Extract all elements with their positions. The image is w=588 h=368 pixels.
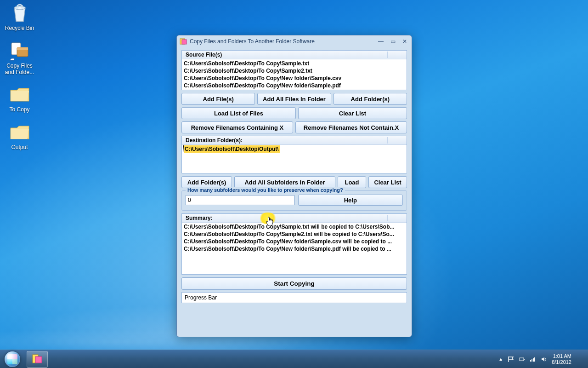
system-tray: ▲ 1:01 AM 8/1/2012: [498, 350, 588, 368]
destination-header: Destination Folder(s):: [186, 137, 243, 144]
remove-containing-button[interactable]: Remove Filenames Containing X: [181, 121, 293, 133]
subfolder-question-label: How many subfolders would you like to pr…: [186, 187, 345, 193]
svg-rect-10: [530, 360, 531, 362]
app-shortcut-icon[interactable]: Copy Files and Folde...: [2, 40, 37, 76]
folder-tocopy-icon[interactable]: To Copy: [2, 84, 37, 113]
app-icon: [180, 38, 187, 45]
svg-rect-11: [531, 359, 532, 362]
destination-list[interactable]: C:\Users\Sobolsoft\Desktop\Output\: [182, 145, 407, 173]
destination-panel: Destination Folder(s): C:\Users\Sobolsof…: [181, 136, 407, 173]
app-window: Copy Files and Folders To Another Folder…: [176, 35, 412, 337]
summary-list[interactable]: C:\Users\Sobolsoft\Desktop\To Copy\Sampl…: [182, 223, 407, 274]
svg-rect-7: [35, 356, 42, 363]
svg-rect-5: [182, 40, 187, 44]
list-item[interactable]: C:\Users\Sobolsoft\Desktop\To Copy\New f…: [183, 75, 406, 82]
folder-output-icon[interactable]: Output: [2, 121, 37, 151]
list-item[interactable]: C:\Users\Sobolsoft\Desktop\To Copy\Sampl…: [183, 67, 406, 75]
list-item[interactable]: C:\Users\Sobolsoft\Desktop\To Copy\Sampl…: [183, 230, 406, 238]
minimize-button[interactable]: —: [377, 38, 385, 45]
svg-rect-3: [17, 47, 28, 50]
list-item[interactable]: C:\Users\Sobolsoft\Desktop\Output\: [183, 145, 406, 153]
flag-icon[interactable]: [508, 356, 514, 362]
recycle-bin-label: Recycle Bin: [2, 25, 37, 32]
add-all-files-in-folder-button[interactable]: Add All Files In Folder: [257, 93, 331, 105]
add-folders-button[interactable]: Add Folder(s): [334, 93, 407, 105]
svg-rect-13: [534, 357, 535, 362]
dest-add-folders-button[interactable]: Add Folder(s): [181, 176, 232, 188]
recycle-bin-icon[interactable]: Recycle Bin: [2, 2, 37, 32]
summary-panel: Summary: C:\Users\Sobolsoft\Desktop\To C…: [181, 213, 407, 275]
tray-chevron-icon[interactable]: ▲: [498, 356, 503, 362]
close-button[interactable]: ✕: [401, 38, 409, 45]
list-item[interactable]: C:\Users\Sobolsoft\Desktop\To Copy\New f…: [183, 82, 406, 89]
source-files-header: Source File(s): [186, 52, 222, 58]
svg-rect-8: [520, 358, 524, 361]
start-copying-button[interactable]: Start Copying: [181, 277, 407, 290]
taskbar-app-button[interactable]: [27, 351, 48, 368]
source-files-list[interactable]: C:\Users\Sobolsoft\Desktop\To Copy\Sampl…: [182, 59, 407, 90]
dest-load-button[interactable]: Load: [338, 176, 366, 188]
summary-header: Summary:: [186, 215, 213, 221]
clock[interactable]: 1:01 AM 8/1/2012: [552, 353, 571, 364]
titlebar[interactable]: Copy Files and Folders To Another Folder…: [177, 35, 412, 47]
list-item[interactable]: C:\Users\Sobolsoft\Desktop\To Copy\Sampl…: [183, 223, 406, 230]
maximize-button[interactable]: ▭: [389, 38, 397, 45]
list-item[interactable]: C:\Users\Sobolsoft\Desktop\To Copy\Sampl…: [183, 60, 406, 67]
subfolder-group: How many subfolders would you like to pr…: [181, 190, 407, 211]
volume-icon[interactable]: [541, 356, 547, 362]
app-shortcut-label: Copy Files and Folde...: [2, 63, 37, 76]
power-icon[interactable]: [519, 356, 525, 362]
dest-add-subfolders-button[interactable]: Add All Subfolders In Folder: [234, 176, 335, 188]
list-item[interactable]: C:\Users\Sobolsoft\Desktop\To Copy\New f…: [183, 238, 406, 245]
clock-date: 8/1/2012: [552, 359, 571, 365]
show-desktop-button[interactable]: [579, 350, 584, 368]
clear-list-button[interactable]: Clear List: [298, 107, 407, 119]
window-title: Copy Files and Folders To Another Folder…: [190, 38, 377, 45]
desktop: Recycle Bin Copy Files and Folde... To C…: [2, 2, 39, 159]
start-button[interactable]: [0, 350, 25, 368]
load-list-button[interactable]: Load List of Files: [181, 107, 296, 119]
add-files-button[interactable]: Add File(s): [181, 93, 255, 105]
svg-rect-9: [524, 359, 525, 360]
folder-output-label: Output: [2, 144, 37, 151]
taskbar: ▲ 1:01 AM 8/1/2012: [0, 350, 588, 368]
help-button[interactable]: Help: [298, 195, 403, 206]
progress-label: Progress Bar: [185, 294, 217, 301]
folder-tocopy-label: To Copy: [2, 107, 37, 113]
list-item[interactable]: C:\Users\Sobolsoft\Desktop\To Copy\New f…: [183, 245, 406, 253]
network-icon[interactable]: [530, 356, 536, 362]
svg-rect-12: [533, 358, 534, 362]
dest-clear-button[interactable]: Clear List: [368, 176, 407, 188]
progress-bar: Progress Bar: [181, 292, 407, 303]
remove-not-containing-button[interactable]: Remove Filenames Not Contain.X: [295, 121, 407, 133]
subfolder-count-input[interactable]: [186, 195, 294, 205]
source-files-panel: Source File(s) C:\Users\Sobolsoft\Deskto…: [181, 50, 407, 90]
clock-time: 1:01 AM: [552, 353, 571, 359]
